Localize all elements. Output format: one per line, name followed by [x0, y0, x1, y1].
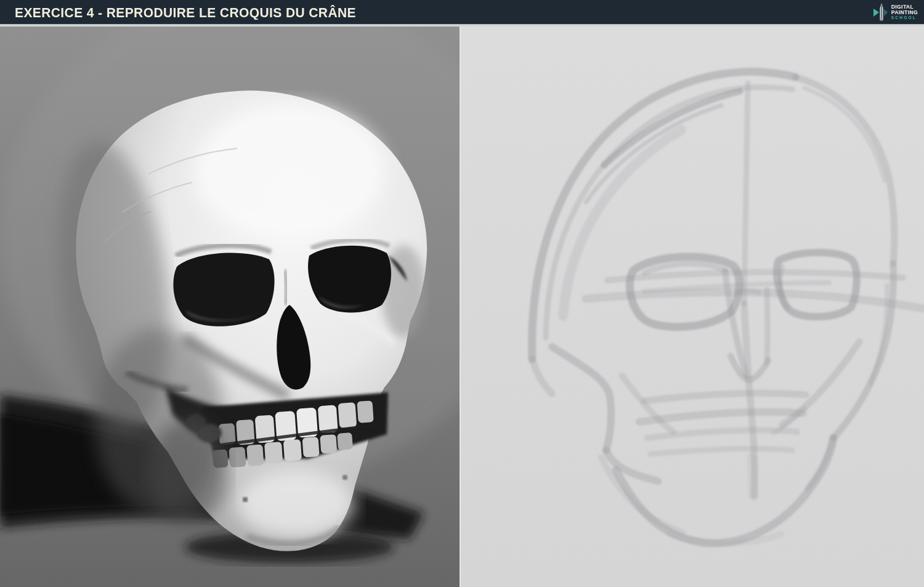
logo-text: DIGITAL PAINTING SCHOOL — [891, 4, 918, 20]
logo-line-painting: PAINTING — [891, 10, 918, 15]
exercise-slide: EXERCICE 4 - REPRODUIRE LE CROQUIS DU CR… — [0, 0, 924, 587]
page-title: EXERCICE 4 - REPRODUIRE LE CROQUIS DU CR… — [15, 4, 356, 20]
reference-panel — [0, 26, 460, 587]
sketch-canvas-panel — [460, 26, 924, 587]
content-area — [0, 26, 924, 587]
paintbrush-icon — [873, 2, 888, 22]
logo-digital-painting-school: DIGITAL PAINTING SCHOOL — [873, 2, 918, 22]
logo-line-school: SCHOOL — [891, 16, 918, 20]
skull-sketch-drawing — [460, 26, 924, 587]
skull-reference-image — [0, 26, 460, 587]
title-bar: EXERCICE 4 - REPRODUIRE LE CROQUIS DU CR… — [0, 0, 924, 25]
